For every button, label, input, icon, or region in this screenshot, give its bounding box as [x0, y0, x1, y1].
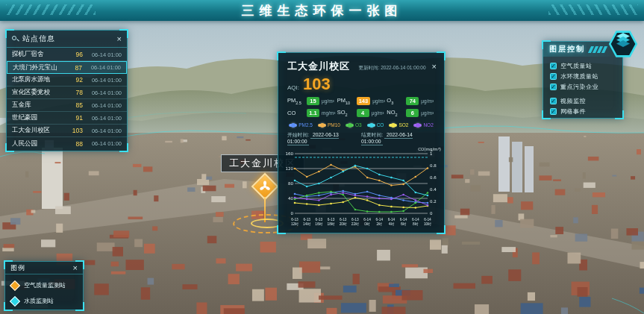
- svg-text:0.4: 0.4: [430, 187, 437, 192]
- svg-text:6-1410时: 6-1410时: [424, 218, 431, 226]
- pollutant-readings: PM2.515μg/m³PM10143μg/m³O374μg/m³CO1.1mg…: [278, 94, 444, 119]
- pollutant-unit: μg/m³: [372, 110, 384, 116]
- page-title: 三维生态环保一张图: [242, 2, 403, 19]
- air-station-marker-icon[interactable]: [255, 177, 275, 196]
- legend-label: NO2: [423, 122, 433, 128]
- svg-text:0: 0: [430, 211, 433, 216]
- pollutant-value-badge: 1.1: [307, 109, 319, 117]
- station-update-time: 06-14 01:00: [82, 64, 121, 71]
- pollutant-unit: mg/m³: [322, 110, 335, 116]
- legend-swatch-icon: [346, 124, 354, 127]
- svg-text:0.8: 0.8: [430, 163, 437, 168]
- svg-text:6-146时: 6-146时: [400, 218, 407, 226]
- legend-item[interactable]: O3: [346, 122, 362, 128]
- close-icon[interactable]: ×: [432, 63, 437, 71]
- layer-checkbox-row[interactable]: ✓视频监控: [550, 95, 616, 106]
- pollutant-unit: μg/m³: [421, 110, 434, 116]
- marker-stem-line: [264, 197, 266, 222]
- station-name: 北泵房水源地: [12, 75, 66, 84]
- close-icon[interactable]: ×: [117, 35, 122, 43]
- trend-chart[interactable]: 0408012016000.20.40.60.81CO(mg/m³)6-1312…: [278, 145, 444, 236]
- station-name: 探机厂宿舍: [12, 50, 66, 59]
- layer-checkbox-row[interactable]: ✓空气质量站: [550, 60, 616, 71]
- station-diamond-icon: [10, 280, 20, 290]
- svg-text:6-1314时: 6-1314时: [303, 218, 310, 226]
- legend-item[interactable]: CO: [367, 122, 384, 128]
- layer-checkbox-row[interactable]: ✓重点污染企业: [550, 81, 616, 92]
- layer-label: 网格事件: [560, 107, 586, 116]
- pollutant-unit: μg/m³: [372, 98, 385, 104]
- legend-swatch-icon: [367, 124, 375, 127]
- pollutant-value-badge: 4: [357, 109, 369, 117]
- pollutant-name: PM2.5: [287, 97, 307, 105]
- station-update-time: 06-14 01:00: [83, 115, 122, 122]
- layer-checkbox-row[interactable]: ✓水环境质量站: [550, 71, 616, 81]
- station-row[interactable]: 宣化区委党校7806-14 01:00: [7, 87, 127, 99]
- aqi-value: 103: [303, 75, 331, 94]
- station-list: 探机厂宿舍9606-14 01:00大境门外元宝山8706-14 01:00北泵…: [7, 48, 127, 151]
- station-row[interactable]: 北泵房水源地9206-14 01:00: [7, 74, 127, 87]
- station-panel-title: 站点信息: [22, 34, 117, 44]
- station-update-time: 06-14 01:00: [83, 77, 122, 84]
- legend-item[interactable]: PM2.5: [289, 122, 313, 128]
- layer-label: 视频监控: [560, 97, 586, 105]
- pollutant-name: NO2: [387, 109, 406, 117]
- station-aqi-value: 96: [66, 51, 83, 58]
- svg-text:6-140时: 6-140时: [363, 218, 371, 226]
- legend-swatch-icon: [289, 124, 297, 127]
- legend-item[interactable]: SO2: [389, 122, 408, 128]
- svg-text:6-1316时: 6-1316时: [315, 218, 322, 226]
- pollutant-reading: SO24μg/m³: [337, 109, 387, 117]
- pollutant-reading: NO26μg/m³: [387, 109, 437, 117]
- station-row[interactable]: 工大金川校区10306-14 01:00: [7, 125, 127, 137]
- legend-label: PM10: [328, 122, 340, 128]
- pollutant-reading: PM2.515μg/m³: [287, 97, 337, 105]
- pollutant-value-badge: 6: [406, 109, 419, 117]
- checkbox-checked-icon[interactable]: ✓: [550, 84, 557, 90]
- station-row[interactable]: 大境门外元宝山8706-14 01:00: [7, 61, 127, 74]
- station-aqi-value: 78: [66, 89, 83, 96]
- pollutant-reading: O374μg/m³: [387, 97, 437, 105]
- legend-item[interactable]: NO2: [413, 122, 433, 128]
- station-row[interactable]: 人民公园8806-14 01:00: [7, 137, 127, 150]
- station-row[interactable]: 五金库8506-14 01:00: [7, 99, 127, 112]
- checkbox-checked-icon[interactable]: ✓: [550, 73, 557, 80]
- legend-label: PM2.5: [298, 122, 313, 128]
- checkbox-checked-icon[interactable]: ✓: [550, 98, 557, 104]
- close-icon[interactable]: ×: [73, 264, 78, 272]
- svg-text:120: 120: [286, 166, 294, 171]
- station-row[interactable]: 世纪豪园9106-14 01:00: [7, 112, 127, 125]
- svg-text:6-1318时: 6-1318时: [327, 218, 334, 226]
- pollutant-value-badge: 15: [307, 97, 319, 105]
- station-aqi-value: 92: [66, 76, 83, 84]
- search-icon[interactable]: [12, 36, 19, 43]
- legend-swatch-icon: [318, 124, 326, 127]
- svg-text:6-1312时: 6-1312时: [291, 218, 298, 226]
- station-detail-popup: 工大金川校区 更新时间: 2022-06-14 01:00:00 × AQI: …: [278, 52, 445, 233]
- svg-text:0.2: 0.2: [430, 199, 437, 204]
- legend-label: CO: [377, 122, 384, 128]
- aqi-label: AQI:: [287, 84, 299, 91]
- map-legend-list: 空气质量监测站水质监测站: [5, 274, 83, 312]
- station-aqi-value: 91: [66, 114, 83, 122]
- pollutant-value-badge: 74: [406, 97, 419, 105]
- map-legend-title: 图例: [10, 263, 73, 273]
- monitor-glyph-icon: [259, 180, 271, 192]
- svg-text:0.6: 0.6: [430, 175, 437, 180]
- svg-text:6-1320时: 6-1320时: [340, 218, 347, 226]
- station-update-time: 06-14 01:00: [83, 128, 122, 134]
- chart-legend: PM2.5PM10O3COSO2NO2: [278, 119, 444, 128]
- station-row[interactable]: 探机厂宿舍9606-14 01:00: [7, 48, 127, 61]
- pollutant-value-badge: 143: [357, 97, 371, 105]
- legend-item[interactable]: PM10: [318, 122, 340, 128]
- pollutant-name: PM10: [337, 97, 357, 105]
- layers-toggle-button[interactable]: [608, 30, 638, 58]
- layers-icon: [616, 36, 630, 47]
- checkbox-checked-icon[interactable]: ✓: [550, 63, 557, 69]
- checkbox-checked-icon[interactable]: ✓: [550, 108, 557, 115]
- svg-text:160: 160: [286, 151, 294, 156]
- map-legend-panel: 图例 × 空气质量监测站水质监测站: [4, 261, 84, 310]
- layer-checkbox-row[interactable]: ✓网格事件: [550, 106, 616, 116]
- station-panel-header: 站点信息 ×: [7, 31, 127, 48]
- station-name: 世纪豪园: [12, 113, 66, 122]
